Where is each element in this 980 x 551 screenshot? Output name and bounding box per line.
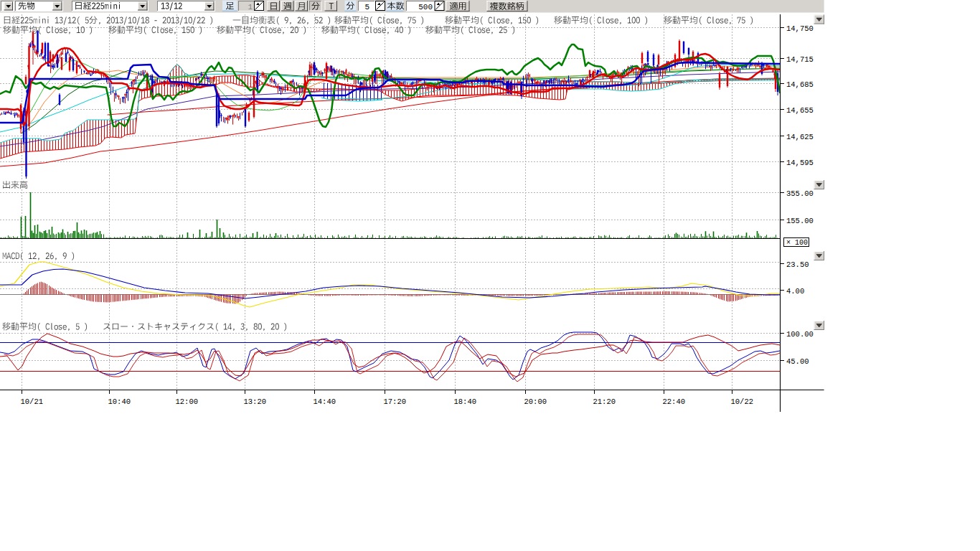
svg-text:155.00: 155.00 bbox=[786, 217, 814, 225]
svg-text:14,750: 14,750 bbox=[786, 24, 814, 33]
svg-text:10:40: 10:40 bbox=[108, 397, 131, 406]
svg-text:× 100: × 100 bbox=[786, 239, 808, 247]
svg-text:23.50: 23.50 bbox=[786, 260, 809, 269]
svg-text:4.00: 4.00 bbox=[786, 287, 804, 296]
svg-text:14,595: 14,595 bbox=[786, 159, 814, 167]
svg-text:22:40: 22:40 bbox=[663, 397, 686, 406]
svg-text:500: 500 bbox=[418, 3, 433, 11]
svg-text:12:00: 12:00 bbox=[176, 397, 199, 406]
svg-text:5: 5 bbox=[364, 3, 369, 11]
svg-text:14,685: 14,685 bbox=[786, 80, 814, 89]
svg-text:17:20: 17:20 bbox=[384, 397, 407, 406]
svg-text:10/21: 10/21 bbox=[21, 397, 44, 406]
svg-text:45.00: 45.00 bbox=[786, 357, 809, 366]
svg-text:14:40: 14:40 bbox=[314, 397, 336, 406]
svg-text:14,715: 14,715 bbox=[786, 55, 814, 64]
svg-text:355.00: 355.00 bbox=[786, 189, 814, 198]
svg-text:13:20: 13:20 bbox=[244, 397, 267, 406]
svg-text:1: 1 bbox=[248, 3, 253, 11]
svg-text:21:20: 21:20 bbox=[593, 397, 616, 406]
svg-text:14,625: 14,625 bbox=[786, 133, 814, 141]
svg-text:18:40: 18:40 bbox=[454, 397, 477, 406]
svg-text:10/22: 10/22 bbox=[731, 397, 754, 406]
svg-text:100.00: 100.00 bbox=[786, 330, 814, 339]
svg-text:14,655: 14,655 bbox=[786, 106, 814, 115]
svg-text:20:00: 20:00 bbox=[524, 397, 547, 406]
